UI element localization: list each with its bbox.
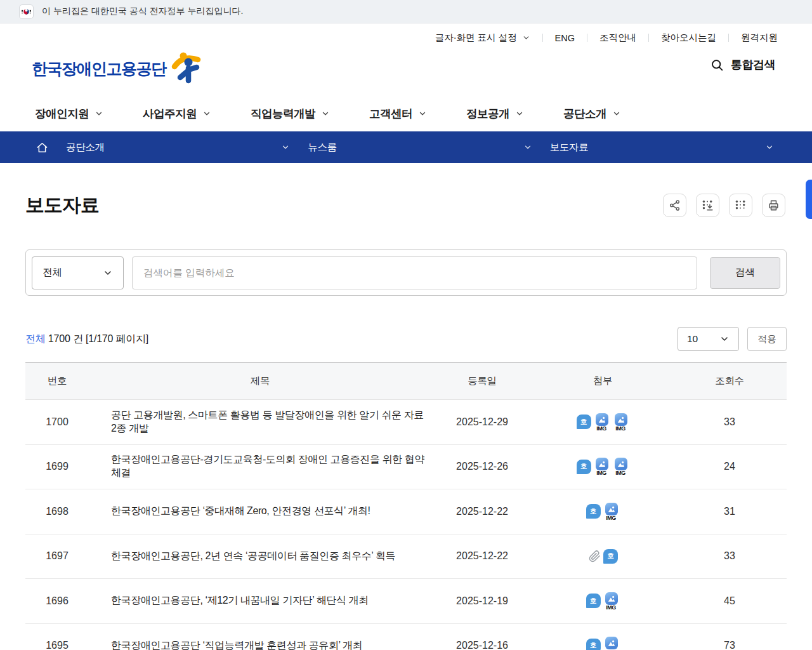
print-button[interactable] [762,194,785,217]
home-icon[interactable] [36,142,48,154]
nav-item-vocational-development[interactable]: 직업능력개발 [251,106,330,121]
display-settings-menu[interactable]: 글자·화면 표시 설정 [435,32,542,44]
table-row: 1695 한국장애인고용공단 ‘직업능력개발 훈련성과 공유회’ 개최 2025… [25,624,787,650]
table-row: 1700 공단 고용개발원, 스마트폰 활용법 등 발달장애인을 위한 알기 쉬… [25,400,787,445]
search-category-value: 전체 [43,266,62,279]
image-file-icon[interactable]: IMG [603,503,620,521]
row-title-link[interactable]: 한국장애인고용공단, 2년 연속 ‘공공데이터 품질인증 최우수’ 획득 [89,550,431,563]
row-title-link[interactable]: 공단 고용개발원, 스마트폰 활용법 등 발달장애인을 위한 알기 쉬운 자료 … [89,409,431,435]
image-file-label: IMG [612,470,629,476]
table-row: 1698 한국장애인고용공단 ‘중대재해 Zero, 안전경영 선포식’ 개최!… [25,489,787,534]
nav-label: 장애인지원 [35,106,89,121]
page-size-select[interactable]: 10 [678,327,739,351]
row-number: 1695 [25,640,89,650]
row-date: 2025-12-29 [431,416,533,428]
row-attachments: 호 [533,549,672,564]
site-logo-text: 한국장애인고용공단 [32,58,166,79]
government-banner: 이 누리집은 대한민국 공식 전자정부 누리집입니다. [0,0,812,23]
breadcrumb-label: 뉴스룸 [308,141,337,154]
chevron-down-icon [321,109,330,118]
site-logo-mark [170,51,202,86]
hwp-file-icon[interactable]: 호 [586,504,601,519]
row-views: 24 [672,461,787,472]
chevron-down-icon [95,109,103,118]
share-button[interactable] [663,194,686,217]
braille-button[interactable] [729,194,752,217]
nav-item-employer-support[interactable]: 사업주지원 [143,106,211,121]
search-input[interactable] [132,256,697,289]
utility-link-remote-support[interactable]: 원격지원 [729,32,778,44]
hwp-file-icon[interactable]: 호 [586,594,601,608]
header-number: 번호 [25,375,89,388]
main-nav: 장애인지원 사업주지원 직업능력개발 고객센터 정보공개 공단소개 [0,95,812,131]
row-title-link[interactable]: 한국장애인고용공단, ‘제12기 내꿈내일 기자단’ 해단식 개최 [89,594,431,607]
chevron-down-icon [719,334,730,344]
image-file-icon[interactable]: IMG [612,413,629,431]
chevron-down-icon [612,109,621,118]
row-title-link[interactable]: 한국장애인고용공단-경기도교육청-도의회 장애인 고용증진을 위한 협약 체결 [89,453,431,480]
breadcrumb-dropdown-depth1[interactable]: 공단소개 [66,141,290,154]
hwp-file-icon[interactable]: 호 [603,549,618,564]
chevron-down-icon [418,109,427,118]
chevron-down-icon [202,109,211,118]
image-thumbnail-glyph [605,637,618,649]
header-attachments: 첨부 [533,375,672,388]
chevron-down-icon [515,109,524,118]
row-title-link[interactable]: 한국장애인고용공단 ‘직업능력개발 훈련성과 공유회’ 개최 [89,639,431,650]
image-file-icon[interactable]: IMG [593,413,610,431]
braille-download-icon [702,199,714,211]
search-button[interactable]: 검색 [710,257,780,289]
chevron-down-icon [281,143,290,152]
search-category-select[interactable]: 전체 [32,256,124,289]
utility-nav: 글자·화면 표시 설정 ENG 조직안내 찾아오시는길 원격지원 [435,32,778,44]
hwp-file-icon[interactable]: 호 [577,415,591,429]
nav-item-customer-center[interactable]: 고객센터 [369,106,427,121]
image-file-label: IMG [603,604,620,611]
nav-item-about-agency[interactable]: 공단소개 [563,106,621,121]
table-header: 번호 제목 등록일 첨부 조회수 [25,362,787,400]
table-row: 1697 한국장애인고용공단, 2년 연속 ‘공공데이터 품질인증 최우수’ 획… [25,534,787,580]
row-attachments: 호 IMG [533,592,672,610]
breadcrumb-dropdown-depth2[interactable]: 뉴스룸 [308,141,532,154]
image-file-icon[interactable]: IMG [603,592,620,610]
row-views: 45 [672,595,787,607]
image-file-icon[interactable]: IMG [593,458,610,475]
braille-download-button[interactable] [696,194,719,217]
utility-link-directions[interactable]: 찾아오시는길 [649,32,728,44]
nav-item-disability-support[interactable]: 장애인지원 [35,106,103,121]
row-views: 33 [672,550,787,562]
display-settings-label: 글자·화면 표시 설정 [435,32,517,44]
result-count-text: 전체 1700 건 [1/170 페이지] [25,333,148,346]
utility-link-eng[interactable]: ENG [543,33,587,43]
image-thumbnail-glyph [596,458,608,470]
image-thumbnail-glyph [605,503,618,515]
nav-item-information-disclosure[interactable]: 정보공개 [466,106,524,121]
result-count-value: 1700 건 [1/170 페이지] [46,333,149,344]
apply-button[interactable]: 적용 [747,327,787,351]
image-file-icon[interactable]: IMG [612,458,629,475]
image-thumbnail-glyph [605,592,618,605]
row-title-link[interactable]: 한국장애인고용공단 ‘중대재해 Zero, 안전경영 선포식’ 개최! [89,505,431,518]
row-attachments: 호 IMG IMG [533,458,672,475]
image-thumbnail-glyph [615,458,627,470]
row-attachments: 호 IMG IMG [533,413,672,431]
braille-icon [735,199,747,211]
hwp-file-icon[interactable]: 호 [577,460,591,474]
page-size-value: 10 [687,333,698,345]
result-total-label: 전체 [25,333,46,344]
image-file-label: IMG [612,425,629,432]
total-search-button[interactable]: 통합검색 [710,57,775,72]
page-title: 보도자료 [25,192,99,218]
image-file-icon[interactable]: IMG [603,637,620,650]
page-tool-buttons [663,194,785,217]
hwp-file-icon[interactable]: 호 [586,639,601,650]
results-bar: 전체 1700 건 [1/170 페이지] 10 적용 [25,327,787,351]
row-attachments: 호 IMG [533,503,672,521]
korea-flag-icon [19,4,34,19]
paperclip-icon[interactable] [587,549,601,563]
utility-link-org[interactable]: 조직안내 [587,32,648,44]
row-date: 2025-12-26 [431,461,533,472]
site-logo[interactable]: 한국장애인고용공단 [32,51,202,86]
breadcrumb: 공단소개 뉴스룸 보도자료 [0,131,812,163]
breadcrumb-dropdown-depth3[interactable]: 보도자료 [550,141,774,154]
